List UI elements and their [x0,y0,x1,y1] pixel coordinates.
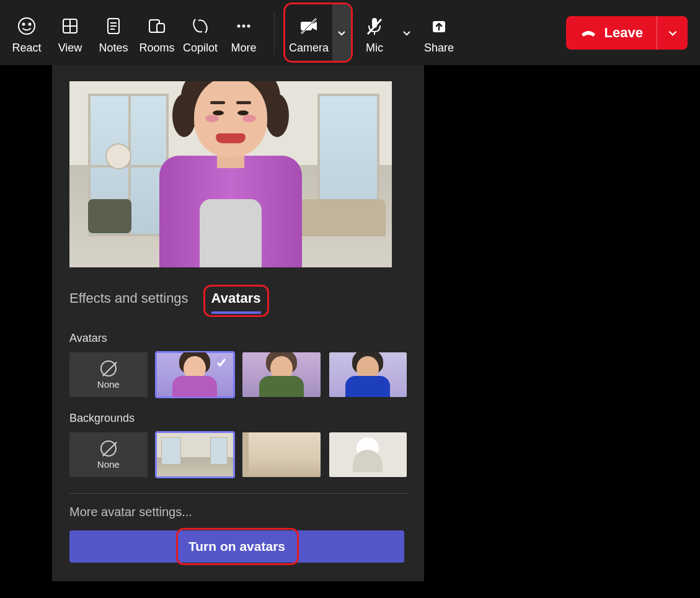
mic-off-icon [364,11,385,42]
camera-settings-panel: Effects and settings Avatars Avatars Non… [52,65,424,581]
chevron-down-icon [337,28,347,38]
tab-avatars[interactable]: Avatars [211,290,261,314]
background-thumbnails: None [69,432,407,477]
camera-options-dropdown[interactable] [332,4,351,61]
avatar-option-3[interactable] [329,352,407,397]
panel-tabs: Effects and settings Avatars [69,285,407,317]
none-icon [100,440,117,457]
none-icon [100,360,117,377]
share-button[interactable]: Share [417,0,461,65]
check-icon [215,356,228,368]
turn-on-label: Turn on avatars [188,539,285,554]
camera-label: Camera [289,42,329,55]
grid-icon [60,11,80,42]
notes-button[interactable]: Notes [92,0,135,65]
turn-on-avatars-button[interactable]: Turn on avatars [69,530,404,563]
avatar-option-1[interactable] [156,352,234,397]
background-option-none[interactable]: None [69,432,148,477]
react-label: React [12,42,41,55]
none-label: None [97,459,120,470]
svg-point-12 [237,25,241,28]
camera-off-icon [298,11,320,42]
more-avatar-settings-link[interactable]: More avatar settings... [69,505,407,519]
avatar-option-none[interactable]: None [69,352,148,397]
avatar-option-2[interactable] [242,352,321,397]
check-icon [215,436,228,448]
background-option-2[interactable] [242,432,321,477]
copilot-icon [190,11,211,42]
share-icon [429,11,449,42]
note-icon [104,11,123,42]
svg-point-13 [242,25,246,28]
highlight-avatars-tab: Avatars [203,285,269,317]
phone-hangup-icon [580,24,597,42]
camera-button[interactable]: Camera [285,4,332,61]
leave-options-dropdown[interactable] [657,16,688,50]
copilot-button[interactable]: Copilot [179,0,222,65]
rooms-button[interactable]: Rooms [135,0,179,65]
more-label: More [231,42,256,55]
leave-label: Leave [605,25,643,41]
share-label: Share [424,42,454,55]
rooms-icon [147,11,167,42]
meeting-toolbar: React View Notes [0,0,700,65]
copilot-label: Copilot [183,42,218,55]
smile-icon [17,11,37,42]
avatar-thumbnails: None [69,352,407,397]
panel-divider [69,493,407,494]
mic-label: Mic [366,42,383,55]
tab-effects-and-settings[interactable]: Effects and settings [69,290,188,311]
svg-rect-11 [157,24,164,32]
mic-options-dropdown[interactable] [396,0,417,65]
none-label: None [97,379,120,390]
more-button[interactable]: More [222,0,265,65]
svg-point-1 [23,24,25,25]
background-option-3[interactable] [329,432,407,477]
camera-preview [69,81,392,267]
chevron-down-icon [402,28,412,38]
backgrounds-section-title: Backgrounds [69,412,407,425]
svg-point-0 [19,18,35,34]
background-option-1[interactable] [156,432,234,477]
toolbar-separator [274,11,275,54]
notes-label: Notes [99,42,128,55]
leave-button[interactable]: Leave [566,16,688,50]
svg-point-14 [247,25,250,28]
avatars-section-title: Avatars [69,332,407,345]
mic-button[interactable]: Mic [353,0,396,65]
react-button[interactable]: React [5,0,48,65]
chevron-down-icon [667,27,678,38]
view-label: View [58,42,82,55]
rooms-label: Rooms [139,42,174,55]
ellipsis-icon [234,11,254,42]
svg-point-2 [29,24,31,25]
camera-button-group: Camera [283,2,353,63]
view-button[interactable]: View [48,0,92,65]
